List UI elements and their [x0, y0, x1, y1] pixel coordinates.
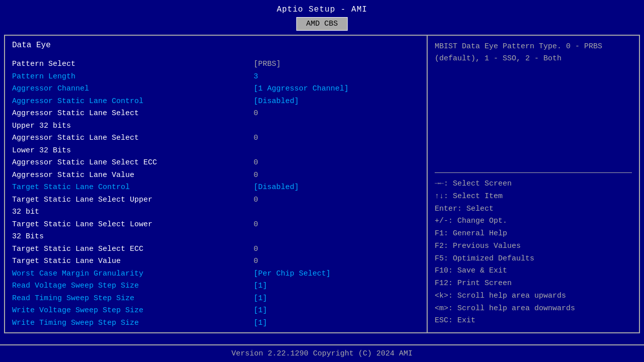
setting-value-0: [PRBS] — [254, 59, 281, 70]
setting-name-5: Upper 32 bits — [12, 121, 254, 132]
setting-row-2: Aggressor Channel[1 Aggressor Channel] — [12, 83, 420, 95]
setting-name-20: Write Voltage Sweep Step Size — [12, 305, 254, 317]
setting-row-18: Read Voltage Sweep Step Size[1] — [12, 281, 420, 292]
divider — [435, 172, 632, 173]
setting-value-16: 0 — [254, 256, 258, 267]
setting-value-2: [1 Aggressor Channel] — [254, 83, 349, 95]
key-hint-11: ESC: Exit — [435, 315, 632, 327]
setting-name-15: Target Static Lane Select ECC — [12, 244, 254, 255]
setting-name-12: 32 bit — [12, 207, 254, 218]
setting-row-17: Worst Case Margin Granularity[Per Chip S… — [12, 268, 420, 280]
tab-amd-cbs[interactable]: AMD CBS — [296, 17, 347, 31]
key-hint-2: Enter: Select — [435, 203, 632, 216]
setting-row-16: Target Static Lane Value0 — [12, 256, 420, 267]
status-bar: Version 2.22.1290 Copyright (C) 2024 AMI — [0, 344, 644, 362]
setting-value-9: 0 — [254, 170, 258, 182]
setting-name-11: Target Static Lane Select Upper — [12, 195, 254, 206]
setting-value-15: 0 — [254, 244, 258, 255]
setting-row-19: Read Timing Sweep Step Size[1] — [12, 293, 420, 305]
setting-row-13: Target Static Lane Select Lower0 — [12, 219, 420, 231]
right-panel: MBIST Data Eye Pattern Type. 0 - PRBS (d… — [428, 36, 639, 332]
setting-row-8: Aggressor Static Lane Select ECC0 — [12, 157, 420, 169]
settings-list: Pattern Select[PRBS]Pattern Length3Aggre… — [12, 59, 420, 329]
setting-value-18: [1] — [254, 281, 267, 292]
setting-name-9: Aggressor Static Lane Value — [12, 170, 254, 182]
tab-bar: AMD CBS — [0, 17, 644, 31]
key-hint-7: F10: Save & Exit — [435, 265, 632, 278]
setting-name-7: Lower 32 Bits — [12, 145, 254, 157]
setting-name-17: Worst Case Margin Granularity — [12, 268, 254, 280]
setting-name-2: Aggressor Channel — [12, 83, 254, 95]
key-hints: →←: Select Screen↑↓: Select ItemEnter: S… — [435, 178, 632, 327]
key-hint-0: →←: Select Screen — [435, 178, 632, 191]
setting-row-3: Aggressor Static Lane Control[Disabled] — [12, 96, 420, 108]
key-hint-4: F1: General Help — [435, 228, 632, 240]
setting-name-13: Target Static Lane Select Lower — [12, 219, 254, 231]
setting-value-20: [1] — [254, 305, 267, 317]
setting-row-1: Pattern Length3 — [12, 71, 420, 83]
key-hint-6: F5: Optimized Defaults — [435, 253, 632, 265]
setting-value-4: 0 — [254, 108, 258, 120]
setting-row-4: Aggressor Static Lane Select0 — [12, 108, 420, 120]
setting-name-3: Aggressor Static Lane Control — [12, 96, 254, 108]
setting-row-21: Write Timing Sweep Step Size[1] — [12, 318, 420, 329]
setting-row-15: Target Static Lane Select ECC0 — [12, 244, 420, 255]
setting-row-14: 32 Bits — [12, 231, 420, 243]
setting-value-8: 0 — [254, 157, 258, 169]
setting-row-6: Aggressor Static Lane Select0 — [12, 133, 420, 144]
setting-value-17: [Per Chip Select] — [254, 268, 331, 280]
setting-value-6: 0 — [254, 133, 258, 144]
setting-row-7: Lower 32 Bits — [12, 145, 420, 157]
setting-name-10: Target Static Lane Control — [12, 182, 254, 194]
setting-name-18: Read Voltage Sweep Step Size — [12, 281, 254, 292]
setting-row-10: Target Static Lane Control[Disabled] — [12, 182, 420, 194]
main-content: Data Eye Pattern Select[PRBS]Pattern Len… — [4, 35, 640, 333]
setting-value-19: [1] — [254, 293, 267, 305]
setting-name-0: Pattern Select — [12, 59, 254, 70]
setting-name-21: Write Timing Sweep Step Size — [12, 318, 254, 329]
key-hint-3: +/-: Change Opt. — [435, 215, 632, 228]
section-title: Data Eye — [12, 41, 420, 50]
setting-value-10: [Disabled] — [254, 182, 299, 194]
key-hint-5: F2: Previous Values — [435, 240, 632, 253]
setting-value-21: [1] — [254, 318, 267, 329]
key-hint-8: F12: Print Screen — [435, 278, 632, 290]
setting-row-20: Write Voltage Sweep Step Size[1] — [12, 305, 420, 317]
setting-name-14: 32 Bits — [12, 231, 254, 243]
setting-row-12: 32 bit — [12, 207, 420, 218]
app-title: Aptio Setup - AMI — [277, 5, 367, 14]
setting-row-11: Target Static Lane Select Upper0 — [12, 195, 420, 206]
setting-name-1: Pattern Length — [12, 71, 254, 83]
setting-row-5: Upper 32 bits — [12, 121, 420, 132]
setting-value-13: 0 — [254, 219, 258, 231]
setting-name-4: Aggressor Static Lane Select — [12, 108, 254, 120]
title-bar: Aptio Setup - AMI — [0, 0, 644, 17]
setting-value-1: 3 — [254, 71, 258, 83]
setting-row-0: Pattern Select[PRBS] — [12, 59, 420, 70]
help-text: MBIST Data Eye Pattern Type. 0 - PRBS (d… — [435, 41, 632, 167]
key-hint-1: ↑↓: Select Item — [435, 191, 632, 203]
setting-row-9: Aggressor Static Lane Value0 — [12, 170, 420, 182]
setting-name-16: Target Static Lane Value — [12, 256, 254, 267]
key-hint-9: <k>: Scroll help area upwards — [435, 290, 632, 303]
setting-name-19: Read Timing Sweep Step Size — [12, 293, 254, 305]
setting-value-11: 0 — [254, 195, 258, 206]
setting-name-8: Aggressor Static Lane Select ECC — [12, 157, 254, 169]
setting-name-6: Aggressor Static Lane Select — [12, 133, 254, 144]
left-panel: Data Eye Pattern Select[PRBS]Pattern Len… — [5, 36, 428, 332]
setting-value-3: [Disabled] — [254, 96, 299, 108]
key-hint-10: <m>: Scroll help area downwards — [435, 303, 632, 315]
